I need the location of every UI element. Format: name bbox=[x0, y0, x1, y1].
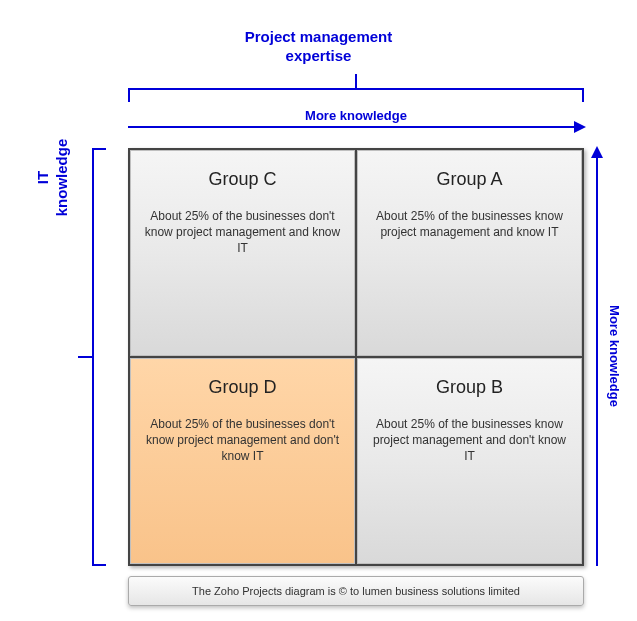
y-axis-title-line2: knowledge bbox=[53, 139, 70, 217]
quadrant-grid: Group C About 25% of the businesses don'… bbox=[128, 148, 584, 566]
y-axis-title: IT knowledge bbox=[34, 0, 72, 488]
x-axis-title-line1: Project management bbox=[245, 28, 393, 45]
x-axis-arrow bbox=[128, 126, 584, 128]
x-axis-title-line2: expertise bbox=[286, 47, 352, 64]
quadrant-body: About 25% of the businesses know project… bbox=[370, 416, 569, 465]
quadrant-body: About 25% of the businesses don't know p… bbox=[143, 416, 342, 465]
diagram-footer: The Zoho Projects diagram is © to lumen … bbox=[128, 576, 584, 606]
x-axis-bracket bbox=[128, 74, 584, 102]
quadrant-top-right: Group A About 25% of the businesses know… bbox=[357, 150, 582, 356]
quadrant-title: Group C bbox=[208, 169, 276, 190]
y-axis-arrow-label: More knowledge bbox=[607, 146, 622, 566]
quadrant-title: Group A bbox=[436, 169, 502, 190]
quadrant-body: About 25% of the businesses don't know p… bbox=[143, 208, 342, 257]
quadrant-top-left: Group C About 25% of the businesses don'… bbox=[130, 150, 355, 356]
quadrant-title: Group B bbox=[436, 377, 503, 398]
quadrant-body: About 25% of the businesses know project… bbox=[370, 208, 569, 240]
x-axis-title: Project management expertise bbox=[0, 28, 637, 66]
quadrant-bottom-right: Group B About 25% of the businesses know… bbox=[357, 358, 582, 564]
x-axis-arrow-label: More knowledge bbox=[128, 108, 584, 123]
y-axis-bracket bbox=[78, 148, 106, 566]
quadrant-bottom-left: Group D About 25% of the businesses don'… bbox=[130, 358, 355, 564]
quadrant-title: Group D bbox=[208, 377, 276, 398]
y-axis-title-line1: IT bbox=[34, 171, 51, 184]
y-axis-arrow bbox=[596, 148, 598, 566]
